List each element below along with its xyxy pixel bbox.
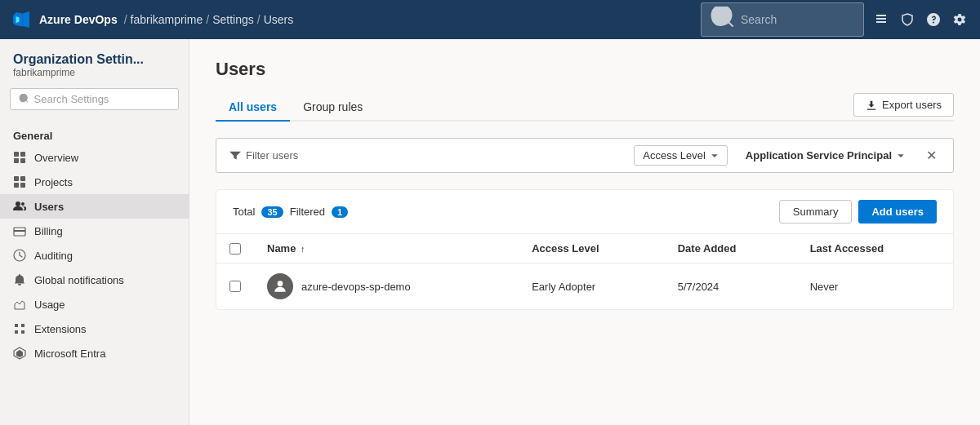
svg-rect-4 xyxy=(20,152,25,157)
tabs-left: All users Group rules xyxy=(216,94,376,120)
tab-group-rules[interactable]: Group rules xyxy=(290,94,376,122)
settings-icon[interactable] xyxy=(952,12,967,27)
usage-icon xyxy=(13,298,26,311)
sidebar-label-usage: Usage xyxy=(34,299,65,311)
col-header-name-label: Name xyxy=(267,242,296,255)
col-header-access-level: Access Level xyxy=(519,234,665,263)
breadcrumb-settings[interactable]: Settings xyxy=(212,13,254,26)
filter-bar: Filter users Access Level Application Se… xyxy=(216,138,954,173)
row-access-level: Early Adopter xyxy=(519,263,665,310)
breadcrumb-users[interactable]: Users xyxy=(264,13,294,26)
billing-icon xyxy=(13,224,26,237)
users-table-container: Total 35 Filtered 1 Summary Add users xyxy=(216,189,954,310)
filter-label: Filter users xyxy=(229,149,634,162)
users-icon xyxy=(13,200,26,213)
total-label: Total xyxy=(233,206,255,218)
table-stats: Total 35 Filtered 1 xyxy=(233,206,348,218)
sidebar-label-overview: Overview xyxy=(34,152,78,164)
sidebar-item-microsoft-entra[interactable]: Microsoft Entra xyxy=(0,341,189,365)
svg-rect-9 xyxy=(14,183,19,188)
global-search-box[interactable] xyxy=(701,2,864,37)
breadcrumb-sep2: / xyxy=(206,13,209,26)
summary-button[interactable]: Summary xyxy=(779,200,853,224)
tab-all-users[interactable]: All users xyxy=(216,94,290,122)
sidebar-item-overview[interactable]: Overview xyxy=(0,145,189,170)
select-all-checkbox[interactable] xyxy=(229,243,241,255)
row-checkbox[interactable] xyxy=(229,281,241,292)
col-header-date-added: Date Added xyxy=(665,234,797,263)
svg-rect-5 xyxy=(14,158,19,163)
filter-users-label: Filter users xyxy=(246,149,298,162)
col-header-name: Name ↑ xyxy=(254,234,519,263)
org-title: Organization Settin... xyxy=(13,52,176,67)
global-search-input[interactable] xyxy=(741,13,855,26)
sidebar-item-extensions[interactable]: Extensions xyxy=(0,317,189,341)
sidebar-item-users[interactable]: Users xyxy=(0,194,189,219)
chevron-down-icon xyxy=(710,152,719,160)
sidebar-item-projects[interactable]: Projects xyxy=(0,170,189,194)
svg-marker-15 xyxy=(16,350,23,357)
help-icon[interactable] xyxy=(926,12,941,27)
azure-devops-logo-icon xyxy=(13,10,33,29)
overview-icon xyxy=(13,151,26,164)
search-icon xyxy=(710,7,736,33)
sidebar-item-usage[interactable]: Usage xyxy=(0,292,189,317)
extensions-icon xyxy=(13,322,26,335)
top-navigation: Azure DevOps / fabrikamprime / Settings … xyxy=(0,0,980,39)
main-content: Users All users Group rules Export users… xyxy=(189,39,980,425)
avatar xyxy=(267,273,293,299)
top-search-area xyxy=(701,2,967,37)
export-btn-label: Export users xyxy=(882,99,942,111)
sidebar-label-billing: Billing xyxy=(34,225,63,237)
sidebar-item-billing[interactable]: Billing xyxy=(0,219,189,243)
sidebar: Organization Settin... fabrikamprime Gen… xyxy=(0,39,189,425)
svg-rect-0 xyxy=(876,15,886,16)
svg-rect-8 xyxy=(20,176,25,181)
download-icon xyxy=(866,100,877,111)
export-users-button[interactable]: Export users xyxy=(853,93,954,117)
active-filter-label: Application Service Principal xyxy=(746,149,892,162)
breadcrumb: / fabrikamprime / Settings / Users xyxy=(124,13,294,26)
auditing-icon xyxy=(13,249,26,262)
svg-rect-1 xyxy=(876,18,886,20)
access-level-chip-label: Access Level xyxy=(643,149,706,162)
svg-rect-12 xyxy=(14,230,25,232)
row-checkbox-cell xyxy=(216,263,254,310)
sidebar-search-input[interactable] xyxy=(34,93,170,105)
col-header-last-accessed: Last Accessed xyxy=(797,234,953,263)
sidebar-label-users: Users xyxy=(34,201,64,213)
projects-icon xyxy=(13,175,26,188)
sidebar-search-box[interactable] xyxy=(10,88,179,110)
sort-icon: ↑ xyxy=(301,244,305,254)
filter-right: Access Level Application Service Princip… xyxy=(634,145,940,166)
shield-icon[interactable] xyxy=(900,12,915,27)
sidebar-label-microsoft-entra: Microsoft Entra xyxy=(34,348,105,360)
svg-rect-7 xyxy=(14,176,19,181)
breadcrumb-separator: / xyxy=(124,13,127,26)
user-name: azure-devops-sp-demo xyxy=(301,281,411,293)
filter-icon xyxy=(229,150,241,162)
access-level-filter-chip[interactable]: Access Level xyxy=(634,145,728,166)
logo[interactable]: Azure DevOps xyxy=(13,10,118,29)
application-service-principal-filter[interactable]: Application Service Principal xyxy=(737,146,913,165)
breadcrumb-org[interactable]: fabrikamprime xyxy=(131,13,203,26)
user-name-cell: azure-devops-sp-demo xyxy=(267,273,506,299)
svg-rect-2 xyxy=(876,21,886,23)
total-count-badge: 35 xyxy=(261,206,283,218)
clear-filter-button[interactable]: ✕ xyxy=(923,146,940,165)
add-users-button[interactable]: Add users xyxy=(858,200,937,224)
sidebar-item-auditing[interactable]: Auditing xyxy=(0,243,189,268)
checklist-icon[interactable] xyxy=(874,12,889,27)
row-last-accessed: Never xyxy=(797,263,953,310)
sidebar-item-global-notifications[interactable]: Global notifications xyxy=(0,268,189,292)
entra-icon xyxy=(13,347,26,360)
org-title-section: Organization Settin... fabrikamprime xyxy=(0,52,189,88)
topnav-icons xyxy=(874,12,967,27)
sidebar-section-general: General xyxy=(0,123,189,145)
svg-rect-10 xyxy=(20,183,25,188)
users-table: Name ↑ Access Level Date Added Last Acce… xyxy=(216,234,953,309)
row-date-added: 5/7/2024 xyxy=(665,263,797,310)
col-header-checkbox xyxy=(216,234,254,263)
sidebar-label-auditing: Auditing xyxy=(34,250,73,262)
bell-icon xyxy=(13,273,26,286)
